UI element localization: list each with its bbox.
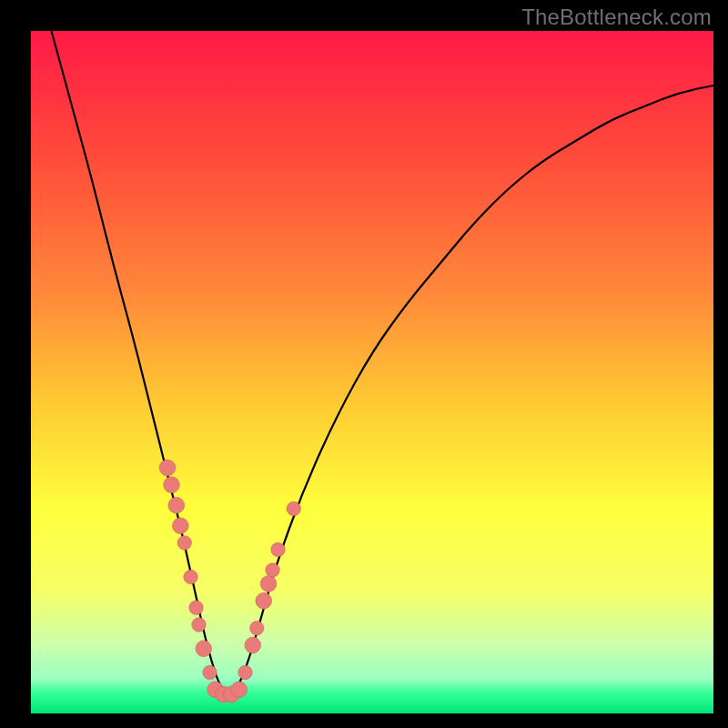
data-point [250,622,265,636]
data-point [260,576,277,592]
plot-area [31,31,713,713]
data-point [256,592,272,609]
data-point [164,477,180,493]
data-point [159,460,176,476]
data-point [287,501,301,516]
data-point [172,518,188,534]
data-point [271,542,286,557]
bottleneck-curve [52,31,714,693]
data-point [168,497,185,513]
watermark-text: TheBottleneck.com [521,5,712,30]
data-point [238,665,253,680]
data-point [266,563,280,578]
data-point [196,641,212,657]
data-point [189,601,204,615]
data-point [231,682,248,698]
chart-svg [31,31,713,713]
data-point [184,570,198,584]
data-point [192,618,207,632]
data-point [177,536,192,551]
data-point [203,665,217,680]
chart-frame: TheBottleneck.com [0,0,728,728]
data-point [245,637,261,653]
